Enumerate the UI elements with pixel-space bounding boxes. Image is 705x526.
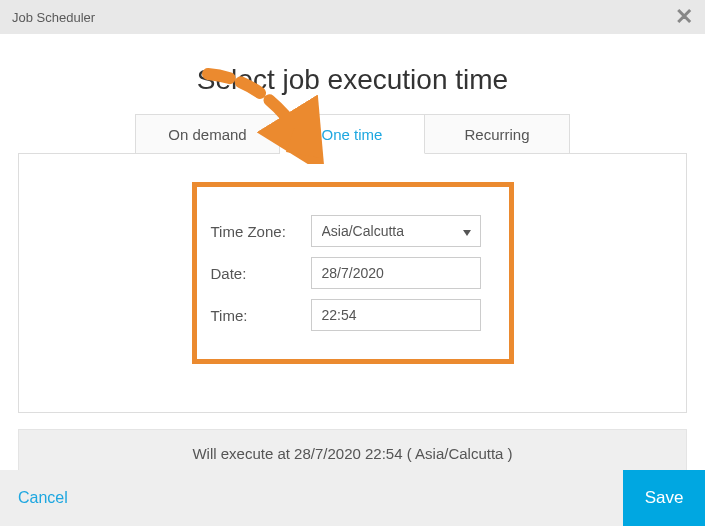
tab-panel: Time Zone: Date: Time: (18, 153, 687, 413)
form-highlight-box: Time Zone: Date: Time: (192, 182, 514, 364)
timezone-label: Time Zone: (211, 223, 311, 240)
close-icon[interactable]: ✕ (675, 6, 693, 28)
tab-label: One time (322, 126, 383, 143)
dialog-header: Job Scheduler ✕ (0, 0, 705, 34)
page-title: Select job execution time (18, 64, 687, 96)
status-text: Will execute at 28/7/2020 22:54 ( Asia/C… (192, 445, 512, 462)
cancel-button[interactable]: Cancel (18, 489, 68, 507)
dialog-title: Job Scheduler (12, 10, 95, 25)
tab-on-demand[interactable]: On demand (135, 114, 280, 154)
dialog-footer: Cancel Save (0, 470, 705, 526)
time-input[interactable] (311, 299, 481, 331)
tab-label: On demand (168, 126, 246, 143)
time-row: Time: (211, 299, 481, 331)
tab-recurring[interactable]: Recurring (425, 114, 570, 154)
dialog-content: Select job execution time On demand One … (0, 34, 705, 477)
tab-bar: On demand One time Recurring (18, 114, 687, 154)
timezone-value[interactable] (311, 215, 481, 247)
save-button[interactable]: Save (623, 470, 705, 526)
timezone-select[interactable] (311, 215, 481, 247)
date-row: Date: (211, 257, 481, 289)
time-label: Time: (211, 307, 311, 324)
tab-one-time[interactable]: One time (280, 114, 425, 154)
timezone-row: Time Zone: (211, 215, 481, 247)
tab-label: Recurring (464, 126, 529, 143)
date-label: Date: (211, 265, 311, 282)
date-input[interactable] (311, 257, 481, 289)
